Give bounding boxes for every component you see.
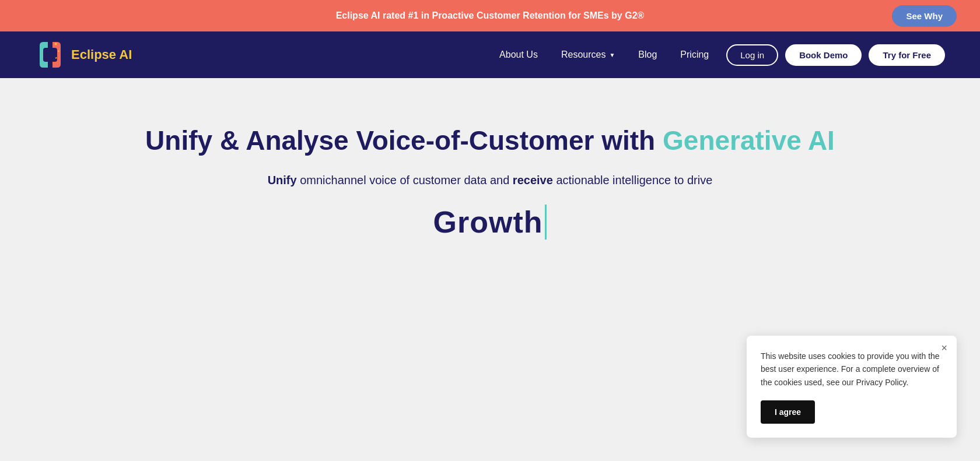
logo-link[interactable]: ★ ✦ ★ Eclipse AI — [35, 40, 132, 70]
headline-highlight: Generative AI — [663, 125, 835, 156]
nav-resources[interactable]: Resources ▼ — [561, 50, 615, 60]
animated-word-container: Growth — [433, 205, 547, 240]
animated-word: Growth — [433, 205, 543, 240]
subtitle-bold1: Unify — [268, 174, 297, 186]
nav-blog[interactable]: Blog — [638, 50, 657, 60]
resources-dropdown-arrow: ▼ — [609, 52, 615, 58]
logo-icon: ★ ✦ ★ — [35, 40, 65, 70]
headline-part1: Unify & Analyse Voice-of-Customer with — [145, 125, 663, 156]
subtitle-part3: actionable intelligence to drive — [553, 174, 713, 186]
nav-pricing[interactable]: Pricing — [680, 50, 709, 60]
hero-subtitle: Unify omnichannel voice of customer data… — [268, 174, 713, 187]
cursor-blink — [545, 205, 547, 240]
logo-text: Eclipse AI — [71, 47, 132, 62]
svg-text:★: ★ — [54, 41, 58, 47]
subtitle-part2: omnichannel voice of customer data and — [297, 174, 513, 186]
svg-text:✦: ✦ — [57, 50, 60, 53]
hero-headline: Unify & Analyse Voice-of-Customer with G… — [145, 125, 835, 156]
book-demo-button[interactable]: Book Demo — [785, 44, 862, 66]
banner-text: Eclipse AI rated #1 in Proactive Custome… — [23, 10, 957, 21]
login-button[interactable]: Log in — [726, 44, 778, 66]
cookie-agree-button[interactable]: I agree — [761, 400, 815, 424]
cookie-banner: × This website uses cookies to provide y… — [747, 336, 957, 438]
subtitle-bold2: receive — [513, 174, 553, 186]
top-banner: Eclipse AI rated #1 in Proactive Custome… — [0, 0, 980, 31]
navbar: ★ ✦ ★ Eclipse AI About Us Resources ▼ Bl… — [0, 31, 980, 78]
try-free-button[interactable]: Try for Free — [869, 44, 945, 66]
cookie-close-button[interactable]: × — [941, 343, 947, 353]
nav-links: About Us Resources ▼ Blog Pricing — [499, 50, 709, 60]
nav-about-us[interactable]: About Us — [499, 50, 538, 60]
cookie-text: This website uses cookies to provide you… — [761, 350, 943, 389]
see-why-button[interactable]: See Why — [892, 5, 957, 27]
nav-actions: Log in Book Demo Try for Free — [726, 44, 945, 66]
